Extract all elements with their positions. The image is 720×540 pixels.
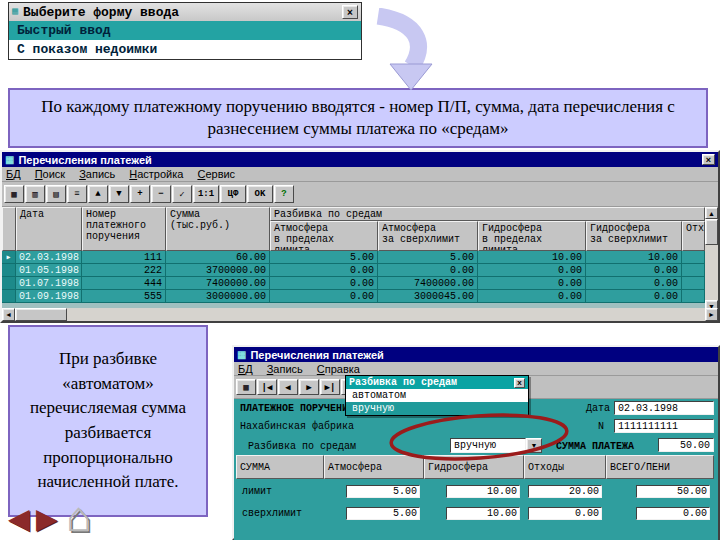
- confirm-icon[interactable]: ✓: [172, 185, 192, 203]
- table-row[interactable]: 01.07.1998 444 7400000.00 0.00 7400000.0…: [2, 277, 705, 290]
- add-icon[interactable]: +: [130, 185, 150, 203]
- chevron-down-icon[interactable]: ▼: [526, 438, 542, 453]
- menu-db[interactable]: БД: [6, 168, 21, 180]
- last-record-icon[interactable]: ▶|: [320, 379, 340, 395]
- scroll-up-icon[interactable]: ▲: [705, 207, 718, 219]
- close-icon[interactable]: ×: [702, 154, 715, 165]
- cell-atm-limit[interactable]: 0.00: [270, 277, 378, 290]
- cell-atm-limit[interactable]: 5.00: [270, 251, 378, 264]
- cell-hydro-over[interactable]: 10.00: [586, 251, 682, 264]
- nav-back-icon[interactable]: ◀: [8, 505, 30, 533]
- rows-icon[interactable]: ▤: [46, 185, 66, 203]
- cell-atm-over[interactable]: 3000045.00: [378, 290, 478, 303]
- cell-waste[interactable]: [682, 251, 705, 264]
- cell-hydro-limit[interactable]: 10.00: [478, 251, 586, 264]
- number-field[interactable]: 1111111111: [614, 419, 714, 433]
- list-icon[interactable]: ≡: [67, 185, 87, 203]
- value-field[interactable]: 10.00: [446, 507, 520, 520]
- horizontal-scrollbar[interactable]: ◄ ►: [2, 308, 718, 321]
- columns-icon[interactable]: ▥: [25, 185, 45, 203]
- menu-record[interactable]: Запись: [79, 168, 115, 180]
- value-field[interactable]: 0.00: [636, 507, 710, 520]
- ok-button[interactable]: OK: [247, 185, 273, 203]
- value-field[interactable]: 20.00: [528, 485, 602, 498]
- row-indicator: [2, 277, 16, 290]
- current-row-marker: ▸: [2, 251, 16, 264]
- close-icon[interactable]: х: [514, 378, 525, 388]
- one-to-one-icon[interactable]: 1:1: [193, 185, 219, 203]
- payments-window-titlebar[interactable]: ▦ Перечисления платежей ×: [2, 152, 718, 167]
- nav-home-icon[interactable]: ⌂: [66, 496, 91, 538]
- cell-number[interactable]: 222: [82, 264, 166, 277]
- scroll-left-icon[interactable]: ◄: [2, 308, 15, 321]
- cell-number[interactable]: 555: [82, 290, 166, 303]
- dropdown-option-manual[interactable]: вручную: [346, 402, 528, 415]
- cell-number[interactable]: 111: [82, 251, 166, 264]
- split-mode-dropdown: Разбивка по средам х автоматом вручную: [345, 375, 529, 416]
- prev-record-icon[interactable]: ◀: [278, 379, 298, 395]
- cell-atm-over[interactable]: 5.00: [378, 251, 478, 264]
- cell-atm-limit[interactable]: 0.00: [270, 290, 378, 303]
- cell-hydro-limit[interactable]: 0.00: [478, 277, 586, 290]
- cell-hydro-over[interactable]: 0.00: [586, 264, 682, 277]
- cell-sum[interactable]: 7400000.00: [166, 277, 270, 290]
- value-field[interactable]: 10.00: [446, 485, 520, 498]
- grid-icon[interactable]: ▦: [4, 185, 24, 203]
- cell-waste[interactable]: [682, 290, 705, 303]
- help-icon[interactable]: ?: [274, 185, 294, 203]
- sort-down-icon[interactable]: ▼: [109, 185, 129, 203]
- cell-sum[interactable]: 3000000.00: [166, 290, 270, 303]
- cell-atm-over[interactable]: 7400000.00: [378, 277, 478, 290]
- split-mode-combobox[interactable]: вручную ▼: [450, 438, 542, 453]
- cell-waste[interactable]: [682, 264, 705, 277]
- table-row[interactable]: 01.05.1998 222 3700000.00 0.00 0.00 0.00…: [2, 264, 705, 277]
- cell-date[interactable]: 02.03.1998: [16, 251, 82, 264]
- cell-hydro-limit[interactable]: 0.00: [478, 290, 586, 303]
- cell-hydro-limit[interactable]: 0.00: [478, 264, 586, 277]
- vertical-scrollbar[interactable]: ▲ ▼: [705, 207, 718, 312]
- dropdown-option-auto[interactable]: автоматом: [346, 389, 528, 402]
- menu-db[interactable]: БД: [238, 363, 253, 375]
- col-header-atm-over: Атмосфера за сверхлимит: [378, 221, 478, 251]
- sort-up-icon[interactable]: ▲: [88, 185, 108, 203]
- hscroll-thumb[interactable]: [15, 308, 67, 321]
- scroll-right-icon[interactable]: ►: [705, 308, 718, 321]
- value-field[interactable]: 0.00: [528, 507, 602, 520]
- first-record-icon[interactable]: |◀: [257, 379, 277, 395]
- digits-icon[interactable]: ЦФ: [220, 185, 246, 203]
- vscroll-thumb[interactable]: [705, 219, 718, 245]
- cell-date[interactable]: 01.09.1998: [16, 290, 82, 303]
- remove-icon[interactable]: −: [151, 185, 171, 203]
- menu-item-fast-input[interactable]: Быстрый ввод: [9, 21, 361, 40]
- cell-hydro-over[interactable]: 0.00: [586, 290, 682, 303]
- cell-sum[interactable]: 60.00: [166, 251, 270, 264]
- menu-help[interactable]: Справка: [317, 363, 360, 375]
- table-row[interactable]: ▸ 02.03.1998 111 60.00 5.00 5.00 10.00 1…: [2, 251, 705, 264]
- value-field[interactable]: 50.00: [636, 485, 710, 498]
- cell-date[interactable]: 01.07.1998: [16, 277, 82, 290]
- close-icon[interactable]: ×: [342, 5, 358, 19]
- value-field[interactable]: 5.00: [346, 485, 420, 498]
- cell-date[interactable]: 01.05.1998: [16, 264, 82, 277]
- nav-forward-icon[interactable]: ▶: [36, 505, 58, 533]
- table-row[interactable]: 01.09.1998 555 3000000.00 0.00 3000045.0…: [2, 290, 705, 303]
- cell-hydro-over[interactable]: 0.00: [586, 277, 682, 290]
- payment-sum-field[interactable]: 50.00: [658, 438, 714, 452]
- detail-window-titlebar[interactable]: ▦ Перечисления платежей: [234, 347, 718, 362]
- cell-waste[interactable]: [682, 277, 705, 290]
- cell-atm-over[interactable]: 0.00: [378, 264, 478, 277]
- menu-search[interactable]: Поиск: [35, 168, 65, 180]
- menu-service[interactable]: Сервис: [197, 168, 235, 180]
- date-field[interactable]: 02.03.1998: [614, 401, 714, 415]
- cell-number[interactable]: 444: [82, 277, 166, 290]
- grid-icon[interactable]: ▦: [236, 379, 256, 395]
- menu-settings[interactable]: Настройка: [129, 168, 183, 180]
- cell-atm-limit[interactable]: 0.00: [270, 264, 378, 277]
- value-field[interactable]: 5.00: [346, 507, 420, 520]
- combobox-value[interactable]: вручную: [450, 438, 526, 453]
- menu-item-with-arrears[interactable]: С показом недоимки: [9, 40, 361, 59]
- menu-record[interactable]: Запись: [267, 363, 303, 375]
- payment-sum-label: СУММА ПЛАТЕЖА: [556, 441, 634, 452]
- next-record-icon[interactable]: ▶: [299, 379, 319, 395]
- cell-sum[interactable]: 3700000.00: [166, 264, 270, 277]
